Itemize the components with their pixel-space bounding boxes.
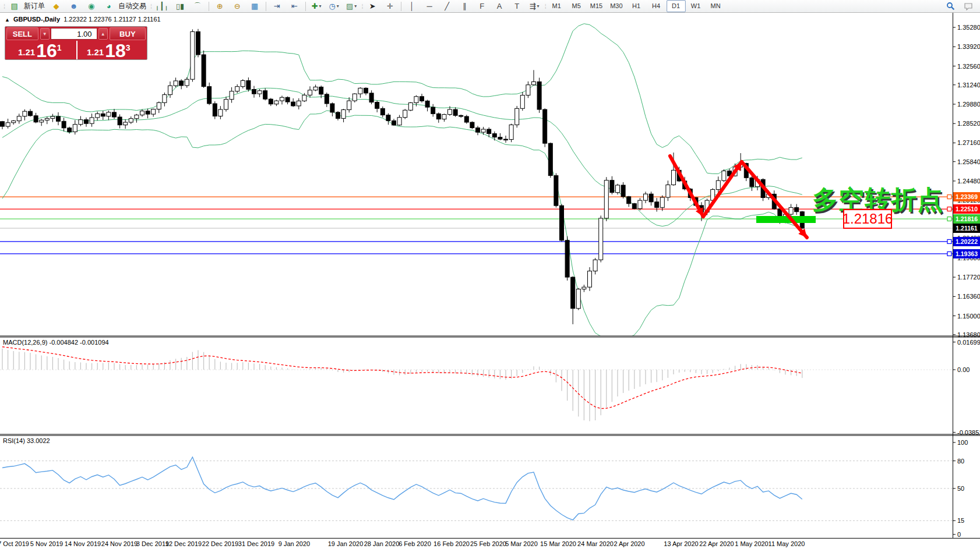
- candle: [246, 80, 251, 89]
- candle: [90, 118, 94, 123]
- price-tick-label: 1.35280: [957, 24, 980, 31]
- price-axis-tag-label: 1.21816: [956, 215, 978, 222]
- candle: [51, 116, 55, 118]
- candle: [308, 90, 312, 95]
- candle: [118, 117, 122, 125]
- candle: [230, 91, 234, 100]
- candle: [224, 100, 228, 109]
- line-anchor-marker[interactable]: [947, 239, 951, 243]
- price-callout-box[interactable]: 1.21816: [843, 209, 892, 229]
- zigzag-arrow-segment[interactable]: [742, 162, 807, 238]
- candle: [397, 118, 401, 125]
- candle: [403, 110, 407, 117]
- rsi-tick-label: 15: [957, 517, 964, 524]
- rsi-tick-label: 0: [957, 531, 961, 538]
- sell-button[interactable]: SELL: [6, 27, 38, 40]
- candle: [6, 123, 10, 126]
- price-tick-label: 1.24480: [957, 178, 980, 185]
- macd-tick-label: -0.038519: [957, 429, 980, 436]
- candle: [179, 81, 184, 86]
- candle: [604, 180, 608, 218]
- candle: [453, 109, 457, 115]
- candle: [431, 107, 435, 114]
- candle: [140, 111, 144, 115]
- candle: [62, 121, 66, 127]
- buy-price[interactable]: 1.21 18 3: [87, 40, 131, 59]
- date-axis-label: 25 Feb 2020: [470, 540, 506, 547]
- candle: [571, 277, 575, 309]
- candle: [582, 287, 586, 289]
- price-axis-tag-label: 1.22510: [956, 206, 978, 212]
- chart-canvas: 1.352801.339201.325601.312401.298801.285…: [0, 0, 980, 549]
- price-tick-label: 1.15000: [957, 313, 980, 320]
- candle: [29, 111, 33, 116]
- candle: [185, 79, 189, 86]
- candle: [235, 87, 239, 91]
- sell-price-sup: 1: [57, 43, 62, 52]
- date-axis-label: 15 Mar 2020: [540, 540, 576, 547]
- candle: [341, 110, 346, 119]
- candle: [532, 82, 536, 84]
- candle: [1, 122, 5, 126]
- buy-button[interactable]: BUY: [110, 27, 146, 40]
- one-click-trading-panel: SELL ▼ 1.00 ▲ BUY 1.21 16 1 1.21 18 3: [5, 26, 147, 60]
- candle: [302, 95, 306, 101]
- price-tick-label: 1.33920: [957, 43, 980, 50]
- macd-tick-label: 0.016994: [957, 339, 980, 346]
- candle: [666, 185, 670, 198]
- line-anchor-marker[interactable]: [947, 207, 951, 211]
- price-tick-label: 1.31240: [957, 82, 980, 88]
- candle: [218, 109, 223, 116]
- candle: [386, 115, 390, 121]
- candle: [358, 88, 362, 94]
- volume-increase-button[interactable]: ▲: [98, 28, 108, 40]
- candle: [649, 194, 653, 202]
- volume-decrease-button[interactable]: ▼: [40, 28, 50, 40]
- candle: [336, 112, 340, 119]
- sell-price[interactable]: 1.21 16 1: [18, 40, 62, 59]
- candle: [795, 207, 799, 211]
- line-anchor-marker[interactable]: [947, 195, 951, 199]
- rsi-indicator-label: RSI(14) 33.0022: [3, 437, 50, 444]
- candle: [347, 101, 351, 109]
- candle: [45, 118, 49, 120]
- candle: [750, 178, 754, 186]
- candle: [146, 111, 150, 114]
- candle: [610, 180, 614, 193]
- candle: [263, 91, 267, 99]
- macd-signal-line: [2, 347, 802, 409]
- bollinger-lower-band: [2, 111, 802, 339]
- support-highlight-bar[interactable]: [756, 216, 816, 223]
- candle: [258, 91, 262, 94]
- candle: [280, 97, 284, 101]
- candle: [163, 95, 167, 103]
- candle: [352, 94, 357, 101]
- candle: [414, 97, 418, 103]
- buy-price-sup: 3: [126, 43, 131, 52]
- line-anchor-marker[interactable]: [947, 252, 951, 256]
- candle: [548, 143, 552, 175]
- macd-indicator-label: MACD(12,26,9) -0.004842 -0.001094: [3, 339, 109, 346]
- date-axis-label: 12 Dec 2019: [165, 540, 202, 547]
- candle: [448, 109, 452, 115]
- zigzag-arrow-segment[interactable]: [703, 162, 742, 217]
- candle: [112, 112, 117, 117]
- candle: [101, 114, 105, 116]
- candle: [425, 101, 429, 107]
- candle: [392, 121, 396, 125]
- date-axis-label: 24 Mar 2020: [577, 540, 614, 547]
- candle: [526, 85, 530, 95]
- date-axis-label: 19 Jan 2020: [328, 540, 364, 547]
- candle: [151, 109, 156, 115]
- line-anchor-marker[interactable]: [947, 217, 951, 221]
- date-axis-label: 14 Nov 2019: [65, 540, 101, 547]
- volume-input[interactable]: 1.00: [51, 28, 97, 40]
- candle: [34, 116, 38, 122]
- price-tick-label: 1.28520: [957, 120, 980, 127]
- date-axis-label: 5 Nov 2019: [30, 540, 63, 547]
- candle: [487, 129, 491, 134]
- buy-price-prefix: 1.21: [87, 47, 104, 57]
- zigzag-arrow-segment[interactable]: [670, 156, 703, 217]
- price-divider: [76, 41, 77, 59]
- collapse-trade-panel-icon[interactable]: ▲: [5, 17, 10, 23]
